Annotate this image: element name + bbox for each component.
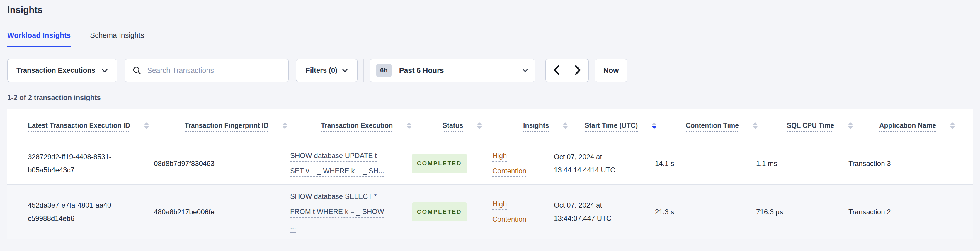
- column-header-sql-cpu-time: SQL CPU Time: [787, 122, 879, 129]
- column-header-transaction-fingerprint-id: Transaction Fingerprint ID: [185, 122, 321, 129]
- statement-text: SET v = _ WHERE k = _ SH...: [290, 163, 400, 179]
- tab-bar: Workload Insights Schema Insights: [7, 31, 973, 47]
- column-header-insights: Insights: [523, 122, 585, 129]
- sort-icon[interactable]: [848, 122, 853, 129]
- column-header-label[interactable]: Contention Time: [686, 122, 739, 129]
- start-time-cell: Oct 07, 2024 at 13:44:07.447 UTC: [554, 198, 655, 225]
- filters-button[interactable]: Filters (0): [296, 59, 358, 82]
- search-input[interactable]: [147, 66, 281, 75]
- sort-icon-descending-active[interactable]: [652, 122, 657, 129]
- status-cell: COMPLETED: [412, 202, 492, 221]
- transaction-fingerprint-id: 08d8b7d97f830463: [154, 157, 290, 170]
- filters-button-label: Filters (0): [305, 66, 337, 75]
- tab-schema-insights[interactable]: Schema Insights: [90, 31, 144, 46]
- start-time-date: Oct 07, 2024 at: [554, 150, 646, 163]
- column-header-status: Status: [442, 122, 523, 129]
- search-box[interactable]: [124, 59, 289, 82]
- transaction-execution-link[interactable]: SHOW database UPDATE t SET v = _ WHERE k…: [290, 148, 400, 179]
- sort-icon[interactable]: [950, 122, 955, 129]
- column-header-application-name: Application Name: [879, 122, 967, 129]
- statement-text: ...: [290, 219, 400, 235]
- chevron-down-icon: [522, 68, 528, 72]
- latest-transaction-execution-id: 328729d2-ff19-4408-8531-b05a5b4e43c7: [28, 150, 154, 176]
- insights-table: Latest Transaction Execution ID Transact…: [7, 109, 973, 238]
- toolbar: Transaction Executions Filters (0) 6h Pa…: [7, 59, 973, 82]
- now-button[interactable]: Now: [595, 59, 627, 82]
- transaction-fingerprint-id: 480a8b217be006fe: [154, 205, 290, 219]
- column-header-label[interactable]: SQL CPU Time: [787, 122, 834, 129]
- table-row: 452da3e7-e7fa-4801-aa40-c59988d14eb6 480…: [7, 185, 973, 239]
- time-range-badge: 6h: [376, 64, 391, 77]
- column-header-label[interactable]: Application Name: [879, 122, 936, 129]
- statement-text: SHOW database UPDATE t: [290, 148, 400, 163]
- status-badge: COMPLETED: [412, 154, 467, 173]
- start-time-clock: 13:44:07.447 UTC: [554, 212, 646, 225]
- execution-type-dropdown[interactable]: Transaction Executions: [7, 59, 117, 82]
- statement-text: SHOW database SELECT *: [290, 189, 400, 204]
- transaction-execution-cell: SHOW database SELECT * FROM t WHERE k = …: [290, 189, 412, 235]
- sort-icon[interactable]: [563, 122, 568, 129]
- column-header-contention-time: Contention Time: [686, 122, 787, 129]
- chevron-right-icon: [574, 65, 581, 76]
- search-icon: [132, 66, 141, 75]
- column-header-latest-transaction-execution-id: Latest Transaction Execution ID: [28, 122, 185, 129]
- sort-icon[interactable]: [477, 122, 482, 129]
- status-cell: COMPLETED: [412, 154, 492, 173]
- time-range-pager: [546, 59, 589, 82]
- tab-workload-insights[interactable]: Workload Insights: [7, 31, 71, 47]
- toolbar-divider: [363, 59, 364, 82]
- previous-time-range-button[interactable]: [546, 59, 567, 82]
- application-name-cell: Transaction 3: [848, 157, 936, 170]
- insights-cell: High Contention: [492, 148, 554, 179]
- high-contention-link[interactable]: High Contention: [492, 197, 533, 227]
- sql-cpu-time-cell: 1.1 ms: [756, 157, 848, 170]
- table-row: 328729d2-ff19-4408-8531-b05a5b4e43c7 08d…: [7, 142, 973, 185]
- time-range-picker[interactable]: 6h Past 6 Hours: [369, 59, 535, 82]
- contention-time-cell: 21.3 s: [655, 205, 756, 219]
- start-time-date: Oct 07, 2024 at: [554, 198, 646, 212]
- status-badge: COMPLETED: [412, 202, 467, 221]
- column-header-label[interactable]: Insights: [523, 122, 549, 129]
- transaction-execution-cell: SHOW database UPDATE t SET v = _ WHERE k…: [290, 148, 412, 179]
- high-contention-link[interactable]: High Contention: [492, 148, 533, 179]
- start-time-cell: Oct 07, 2024 at 13:44:14.4414 UTC: [554, 150, 655, 176]
- next-time-range-button[interactable]: [567, 59, 589, 82]
- page-title: Insights: [7, 0, 973, 15]
- application-name-cell: Transaction 2: [848, 205, 936, 219]
- transaction-execution-link[interactable]: SHOW database SELECT * FROM t WHERE k = …: [290, 189, 400, 235]
- column-header-label[interactable]: Start Time (UTC): [585, 122, 638, 129]
- column-header-label[interactable]: Latest Transaction Execution ID: [28, 122, 130, 129]
- insights-page: Insights Workload Insights Schema Insigh…: [0, 0, 980, 251]
- sort-icon[interactable]: [753, 122, 757, 129]
- start-time-clock: 13:44:14.4414 UTC: [554, 163, 646, 176]
- statement-text: FROM t WHERE k = _ SHOW: [290, 204, 400, 219]
- contention-time-cell: 14.1 s: [655, 157, 756, 170]
- time-range-label: Past 6 Hours: [399, 66, 444, 75]
- chevron-left-icon: [553, 65, 560, 76]
- sort-icon[interactable]: [283, 122, 287, 129]
- column-header-label[interactable]: Transaction Execution: [321, 122, 393, 129]
- chevron-down-icon: [342, 68, 348, 72]
- chevron-down-icon: [101, 68, 108, 73]
- latest-transaction-execution-id: 452da3e7-e7fa-4801-aa40-c59988d14eb6: [28, 198, 154, 225]
- sql-cpu-time-cell: 716.3 µs: [756, 205, 848, 219]
- execution-type-dropdown-label: Transaction Executions: [16, 66, 95, 75]
- column-header-label[interactable]: Status: [442, 122, 463, 129]
- table-header-row: Latest Transaction Execution ID Transact…: [7, 109, 973, 142]
- column-header-label[interactable]: Transaction Fingerprint ID: [185, 122, 269, 129]
- insights-cell: High Contention: [492, 197, 554, 227]
- sort-icon[interactable]: [407, 122, 412, 129]
- sort-icon[interactable]: [144, 122, 149, 129]
- column-header-start-time: Start Time (UTC): [585, 122, 686, 129]
- results-summary: 1-2 of 2 transaction insights: [7, 94, 973, 102]
- column-header-transaction-execution: Transaction Execution: [321, 122, 442, 129]
